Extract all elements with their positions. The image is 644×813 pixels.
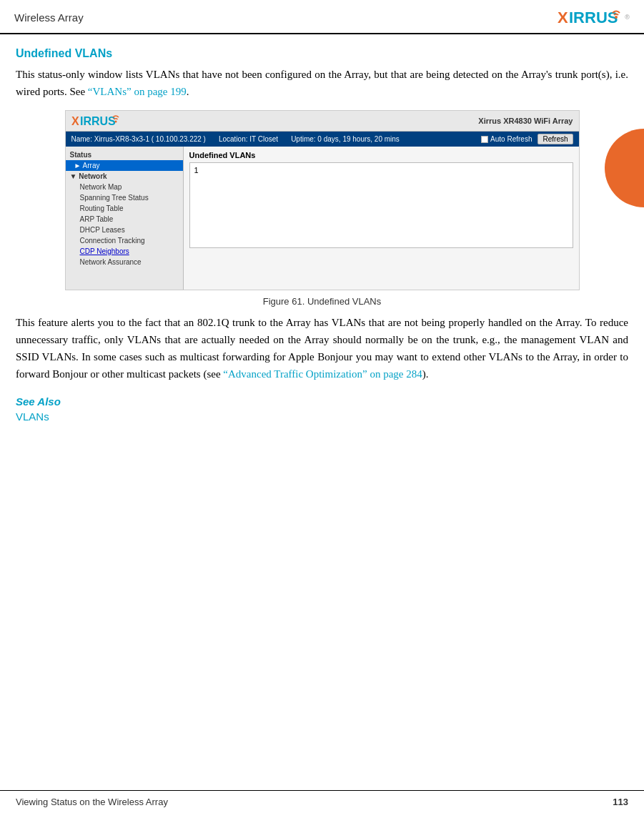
sidebar-item-arp-table[interactable]: ARP Table (66, 214, 183, 225)
footer-left: Viewing Status on the Wireless Array (16, 797, 168, 807)
intro-paragraph: This status-only window lists VLANs that… (16, 66, 628, 100)
ss-auto-refresh-checkbox[interactable] (481, 136, 488, 143)
xirrus-logo-svg: X IRRUS (558, 7, 622, 27)
sidebar-item-status: Status (66, 149, 183, 160)
screenshot-box: X IRRUS Xirrus XR4830 WiFi Array Name: X… (65, 110, 580, 290)
sidebar-item-connection-tracking[interactable]: Connection Tracking (66, 235, 183, 246)
logo-registered: ® (625, 14, 630, 21)
figure-container: X IRRUS Xirrus XR4830 WiFi Array Name: X… (16, 110, 628, 307)
page-footer: Viewing Status on the Wireless Array 113 (0, 790, 644, 813)
see-also-vlans-link[interactable]: VLANs (16, 410, 628, 423)
see-also-section: See Also VLANs (16, 395, 628, 423)
svg-text:IRRUS: IRRUS (80, 115, 116, 127)
header-logo: X IRRUS ® (558, 7, 630, 27)
body-end: ). (422, 368, 429, 380)
ss-logo-svg: X IRRUS (71, 114, 122, 128)
sidebar-item-array[interactable]: ► Array (66, 160, 183, 171)
figure-caption: Figure 61. Undefined VLANs (16, 296, 628, 307)
intro-end: . (187, 86, 189, 97)
ss-info-left: Name: Xirrus-XR8-3x3-1 ( 10.100.23.222 )… (71, 135, 400, 143)
section-title: Undefined VLANs (16, 47, 628, 60)
svg-point-2 (615, 16, 618, 19)
ss-main-title: Undefined VLANs (189, 151, 573, 159)
ss-main: Undefined VLANs 1 (184, 147, 579, 290)
ss-auto-refresh: Auto Refresh (481, 135, 532, 143)
page-title: Wireless Array (14, 11, 84, 24)
sidebar-item-dhcp-leases[interactable]: DHCP Leases (66, 225, 183, 235)
page-content: Undefined VLANs This status-only window … (0, 34, 644, 440)
sidebar-item-network-map[interactable]: Network Map (66, 182, 183, 192)
ss-info-bar: Name: Xirrus-XR8-3x3-1 ( 10.100.23.222 )… (66, 132, 579, 147)
ss-location: Location: IT Closet (219, 135, 278, 143)
ss-info-right: Auto Refresh Refresh (481, 134, 573, 144)
svg-text:IRRUS: IRRUS (569, 9, 618, 26)
ss-body: Status ► Array ▼ Network Network Map Spa… (66, 147, 579, 290)
body-paragraph: This feature alerts you to the fact that… (16, 314, 628, 383)
sidebar-item-network-assurance[interactable]: Network Assurance (66, 257, 183, 267)
sidebar-item-cdp-neighbors[interactable]: CDP Neighbors (66, 246, 183, 257)
svg-text:X: X (558, 9, 568, 26)
advanced-link[interactable]: “Advanced Traffic Optimization” on page … (223, 368, 422, 380)
sidebar-item-network-header[interactable]: ▼ Network (66, 171, 183, 182)
sidebar-item-routing-table[interactable]: Routing Table (66, 203, 183, 214)
ss-uptime: Uptime: 0 days, 19 hours, 20 mins (291, 135, 400, 143)
see-also-title: See Also (16, 395, 628, 408)
ss-refresh-button[interactable]: Refresh (538, 134, 573, 144)
ss-main-value: 1 (194, 166, 199, 174)
svg-point-5 (114, 121, 117, 123)
vlans-link[interactable]: “VLANs” on page 199 (88, 86, 187, 97)
ss-logo-area: X IRRUS (71, 114, 122, 128)
ss-auto-refresh-label: Auto Refresh (490, 135, 532, 143)
ss-sidebar: Status ► Array ▼ Network Network Map Spa… (66, 147, 184, 290)
footer-right: 113 (613, 797, 628, 807)
page-header: Wireless Array X IRRUS ® (0, 0, 644, 34)
svg-text:X: X (71, 115, 79, 127)
ss-name: Name: Xirrus-XR8-3x3-1 ( 10.100.23.222 ) (71, 135, 206, 143)
ss-product-title: Xirrus XR4830 WiFi Array (478, 117, 573, 125)
ss-main-content: 1 (189, 162, 573, 248)
sidebar-item-spanning-tree[interactable]: Spanning Tree Status (66, 192, 183, 203)
ss-top-bar: X IRRUS Xirrus XR4830 WiFi Array (66, 111, 579, 132)
